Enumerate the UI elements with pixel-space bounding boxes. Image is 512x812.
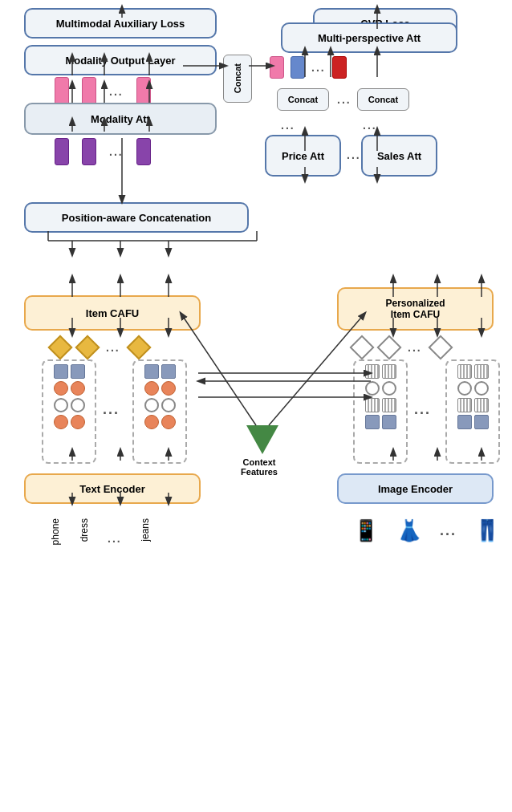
c-o-5 (144, 381, 159, 396)
c-w-1 (54, 398, 68, 412)
sq-gray-row-r1 (365, 415, 396, 429)
c-w-6 (161, 398, 176, 412)
diamond-gold-2 (75, 335, 100, 359)
modality-output-label: Modality Output Layer (65, 55, 175, 67)
sq-gr-3 (457, 415, 472, 429)
position-aware-box: Position-aware Concatenation (24, 202, 249, 233)
pink-rects-row: ... (55, 77, 151, 106)
sq-s-4 (382, 398, 396, 412)
diamond-gold-3 (126, 335, 151, 359)
c-wr-3 (457, 381, 472, 396)
concat-center-label: Concat (233, 63, 242, 93)
concat-right-box: Concat (357, 88, 409, 111)
concat-red-rect (332, 56, 347, 79)
sq-gr-1 (365, 415, 380, 429)
sq-g-1 (54, 364, 68, 379)
word-phone: phone (50, 518, 61, 558)
multi-perspective-label: Multi-perspective Att (318, 32, 421, 44)
multi-perspective-box: Multi-perspective Att (281, 22, 457, 53)
circle-orange-row-3 (144, 381, 176, 396)
dots-between-concats: ... (337, 93, 351, 106)
sq-s-2 (382, 364, 396, 379)
dots-right-concat: ... (363, 119, 377, 132)
sq-gray-row-r3 (457, 415, 489, 429)
sq-s-6 (474, 364, 489, 379)
concat-output-rects: ... (270, 56, 347, 79)
sq-gray-row-3 (144, 364, 176, 379)
personalized-cafu-box: Personalized Item CAFU (337, 287, 494, 331)
circle-white-row-3 (144, 398, 176, 412)
sq-s-7 (457, 398, 472, 412)
dots-concat: ... (311, 61, 326, 74)
circle-white-row-r3 (457, 381, 489, 396)
purple-rects-row: ... (55, 138, 151, 165)
right-dashed-group-1 (353, 359, 408, 464)
right-dashed-group-3 (445, 359, 500, 464)
sq-g-2 (71, 364, 85, 379)
dots-between-atts: ... (347, 148, 361, 161)
sales-att-label: Sales Att (377, 150, 421, 162)
left-dashed-group-1 (42, 359, 96, 464)
c-o-1 (54, 381, 68, 396)
diamond-white-2 (376, 335, 401, 359)
pink-rect-2 (82, 77, 96, 106)
dots-left-concat: ... (281, 119, 295, 132)
dots-diamonds-left: ... (106, 341, 120, 354)
pink-rect-3 (136, 77, 151, 106)
sq-g-6 (161, 364, 176, 379)
dots-left-groups: ... (103, 401, 120, 418)
word-labels: phone dress ... jeans (50, 518, 151, 558)
c-wr-4 (474, 381, 489, 396)
dots-diamonds-right: ... (408, 341, 422, 354)
diagram-container: Multimodal Auxiliary Loss CVR Loss Modal… (0, 0, 512, 812)
text-encoder-box: Text Encoder (24, 473, 201, 504)
left-dashed-group-3 (132, 359, 187, 464)
item-cafu-box: Item CAFU (24, 295, 201, 331)
dots-words: ... (108, 518, 122, 558)
image-encoder-label: Image Encoder (378, 483, 453, 495)
sq-stripe-row-4 (457, 398, 489, 412)
sq-s-1 (365, 364, 380, 379)
concat-left-label: Concat (288, 95, 318, 104)
image-encoder-box: Image Encoder (337, 473, 494, 504)
circle-white-row-1 (54, 398, 85, 412)
sq-stripe-row-3 (457, 364, 489, 379)
sq-gr-4 (474, 415, 489, 429)
c-o-3 (54, 415, 68, 429)
diamond-white-1 (349, 335, 374, 359)
c-wr-1 (365, 381, 380, 396)
personalized-cafu-label: Personalized Item CAFU (385, 298, 445, 320)
sq-g-5 (144, 364, 159, 379)
multimodal-loss-box: Multimodal Auxiliary Loss (24, 8, 217, 39)
sales-att-box: Sales Att (361, 135, 437, 177)
dots-pink: ... (109, 85, 124, 98)
context-features-label: Context Features (227, 457, 291, 477)
modality-att-label: Modality Att (91, 113, 150, 125)
circle-white-row-r1 (365, 381, 396, 396)
text-encoder-label: Text Encoder (79, 483, 144, 495)
multimodal-loss-label: Multimodal Auxiliary Loss (56, 18, 185, 30)
sq-s-5 (457, 364, 472, 379)
concat-blue-rect (291, 56, 305, 79)
sq-s-8 (474, 398, 489, 412)
pants-icon: 👖 (474, 518, 500, 543)
position-aware-label: Position-aware Concatenation (62, 212, 211, 224)
pink-rect-1 (55, 77, 69, 106)
circle-orange-row-1 (54, 381, 85, 396)
sq-s-3 (365, 398, 380, 412)
c-o-4 (71, 415, 85, 429)
gold-diamonds-left: ... (51, 339, 148, 356)
concat-left-box: Concat (277, 88, 329, 111)
sq-stripe-row-1 (365, 364, 396, 379)
modality-output-box: Modality Output Layer (24, 45, 217, 75)
dress-icon: 👗 (396, 518, 422, 543)
context-features-triangle (246, 425, 278, 454)
word-dress: dress (79, 518, 90, 558)
circle-orange-row-4 (144, 415, 176, 429)
diamond-gold-1 (47, 335, 72, 359)
concat-right-label: Concat (368, 95, 398, 104)
purple-rect-3 (136, 138, 151, 165)
image-icons: 📱 👗 ... 👖 (353, 518, 500, 543)
dots-right-groups: ... (414, 401, 431, 418)
c-o-7 (144, 415, 159, 429)
